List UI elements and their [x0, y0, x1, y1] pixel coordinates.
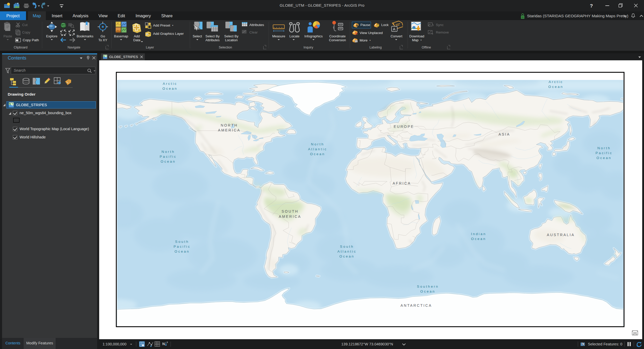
svg-text:Ocean: Ocean	[310, 152, 325, 156]
svg-text:Ocean: Ocean	[548, 85, 564, 89]
svg-text:South: South	[175, 240, 189, 244]
svg-text:Ocean: Ocean	[161, 160, 176, 163]
svg-text:Ocean: Ocean	[597, 156, 612, 160]
svg-text:North: North	[311, 142, 324, 146]
svg-text:AMERICA: AMERICA	[279, 214, 301, 219]
svg-text:Pacific: Pacific	[160, 155, 177, 159]
svg-text:Atlantic: Atlantic	[308, 147, 327, 151]
svg-text:ANTARCTICA: ANTARCTICA	[401, 303, 432, 308]
svg-text:N: N	[162, 342, 165, 346]
svg-text:NORTH: NORTH	[221, 123, 238, 127]
svg-text:?: ?	[590, 3, 593, 9]
svg-text:Ocean: Ocean	[471, 237, 486, 241]
svg-text:SOUTH: SOUTH	[282, 209, 299, 213]
svg-text:Arctic: Arctic	[163, 82, 177, 86]
svg-text:Indian: Indian	[471, 232, 486, 236]
svg-text:AFRICA: AFRICA	[393, 181, 411, 185]
svg-text:Atlantic: Atlantic	[337, 250, 357, 253]
svg-text:Staridas (STARIDAS GEOGRAPHY M: Staridas (STARIDAS GEOGRAPHY Making Maps…	[527, 14, 628, 18]
svg-text:Ocean: Ocean	[163, 87, 178, 90]
svg-text:ASIA: ASIA	[498, 132, 510, 136]
svg-text:North: North	[597, 146, 611, 150]
svg-text:Southern: Southern	[417, 285, 439, 288]
svg-text:Arctic: Arctic	[549, 80, 563, 84]
svg-text:Ocean: Ocean	[420, 289, 436, 293]
svg-text:South: South	[340, 245, 354, 248]
svg-text:A: A	[393, 27, 395, 31]
svg-text:Pacific: Pacific	[174, 245, 191, 248]
svg-text:AUSTRALIA: AUSTRALIA	[547, 233, 575, 237]
svg-text:AMERICA: AMERICA	[218, 128, 241, 132]
svg-text:Ocean: Ocean	[175, 250, 190, 253]
svg-text:North: North	[162, 150, 175, 154]
svg-text:Pacific: Pacific	[596, 151, 613, 155]
svg-text:Ocean: Ocean	[340, 254, 355, 258]
svg-text:EUROPE: EUROPE	[394, 124, 414, 129]
